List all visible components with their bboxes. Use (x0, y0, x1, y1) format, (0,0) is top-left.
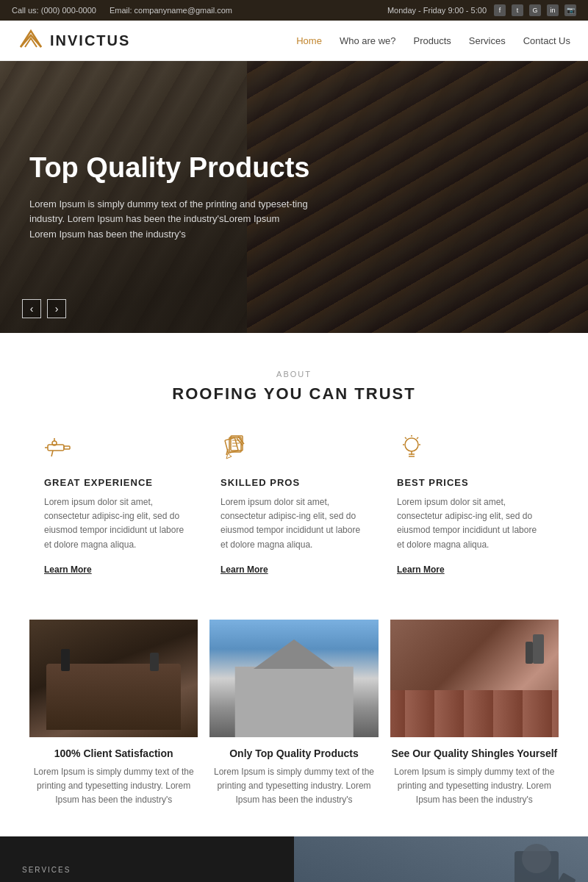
feature-skilled: SKILLED PROS Lorem ipsum dolor sit amet,… (206, 433, 382, 576)
gallery-image-house (209, 620, 378, 737)
social-links: f t G in 📷 (494, 4, 576, 16)
navbar: INVICTUS Home Who are we? Products Servi… (0, 21, 588, 61)
about-section: ABOUT ROOFING YOU CAN TRUST GREAT EXPERI… (0, 333, 588, 605)
logo-icon (18, 28, 44, 53)
topbar-left: Call us: (000) 000-0000 Email: companyna… (12, 6, 232, 15)
instagram-icon[interactable]: 📷 (564, 4, 576, 16)
about-tag: ABOUT (29, 370, 559, 379)
hero-content: Top Quality Products Lorem Ipsum is simp… (0, 122, 339, 272)
phone-label: Call us: (000) 000-0000 (12, 6, 96, 15)
about-title: ROOFING YOU CAN TRUST (29, 384, 559, 404)
logo: INVICTUS (18, 28, 130, 53)
gallery-image-brick (390, 620, 559, 737)
drill-icon (44, 433, 191, 465)
feature-prices: BEST PRICES Lorem ipsum dolor sit amet, … (382, 433, 559, 576)
feature-skilled-title: SKILLED PROS (220, 477, 368, 488)
hero-section: Top Quality Products Lorem Ipsum is simp… (0, 61, 588, 333)
nav-contact[interactable]: Contact Us (523, 35, 570, 46)
feature-prices-desc: Lorem ipsum dolor sit amet, consectetur … (397, 495, 544, 552)
prev-arrow[interactable]: ‹ (22, 299, 41, 318)
services-left: SERVICES ALL ROOFS INCLUDE Aluminum Drip… (0, 836, 294, 882)
gallery-item-shingles: See Our Quality Shingles Yourself Lorem … (390, 620, 559, 808)
linkedin-icon[interactable]: in (547, 4, 559, 16)
nav-products[interactable]: Products (414, 35, 451, 46)
svg-line-21 (417, 437, 418, 439)
gallery-title-shingles: See Our Quality Shingles Yourself (390, 747, 559, 759)
gallery-row: 100% Client Satisfaction Lorem Ipsum is … (29, 620, 559, 808)
svg-line-3 (51, 451, 53, 456)
features-row: GREAT EXPERIENCE Lorem ipsum dolor sit a… (29, 433, 559, 576)
nav-home[interactable]: Home (296, 35, 322, 46)
gallery-desc-shingles: Lorem Ipsum is simply dummy text of the … (390, 765, 559, 808)
next-arrow[interactable]: › (47, 299, 66, 318)
gallery-title-satisfaction: 100% Client Satisfaction (29, 747, 198, 759)
gallery-item-quality: Only Top Quality Products Lorem Ipsum is… (209, 620, 378, 808)
gallery-image-workers (29, 620, 198, 737)
topbar-right: Monday - Friday 9:00 - 5:00 f t G in 📷 (387, 4, 576, 16)
feature-prices-title: BEST PRICES (397, 477, 544, 488)
feature-experience-title: GREAT EXPERIENCE (44, 477, 191, 488)
hero-description: Lorem Ipsum is simply dummy text of the … (29, 197, 309, 243)
services-section: SERVICES ALL ROOFS INCLUDE Aluminum Drip… (0, 836, 588, 882)
feature-experience-desc: Lorem ipsum dolor sit amet, consectetur … (44, 495, 191, 552)
worker-image (294, 836, 588, 882)
gallery-desc-satisfaction: Lorem Ipsum is simply dummy text of the … (29, 765, 198, 808)
learn-more-experience[interactable]: Learn More (44, 564, 92, 575)
learn-more-skilled[interactable]: Learn More (220, 564, 268, 575)
email-label: Email: companyname@gmail.com (110, 6, 232, 15)
services-tag: SERVICES (22, 866, 272, 874)
gallery-title-quality: Only Top Quality Products (209, 747, 378, 759)
feature-skilled-desc: Lorem ipsum dolor sit amet, consectetur … (220, 495, 368, 552)
hero-arrows: ‹ › (22, 299, 66, 318)
learn-more-prices[interactable]: Learn More (397, 564, 445, 575)
nav-links: Home Who are we? Products Services Conta… (296, 35, 570, 46)
brand-name: INVICTUS (50, 32, 130, 49)
svg-line-23 (405, 437, 406, 439)
svg-rect-0 (48, 445, 64, 451)
services-right (294, 836, 588, 882)
svg-rect-1 (64, 446, 70, 449)
svg-marker-10 (226, 453, 232, 459)
nav-who[interactable]: Who are we? (340, 35, 396, 46)
hours-label: Monday - Friday 9:00 - 5:00 (387, 6, 487, 15)
nav-services[interactable]: Services (469, 35, 506, 46)
gallery-section: 100% Client Satisfaction Lorem Ipsum is … (0, 605, 588, 837)
svg-point-16 (405, 438, 418, 451)
pencil-icon (220, 433, 368, 465)
bulb-icon (397, 433, 544, 465)
facebook-icon[interactable]: f (494, 4, 506, 16)
google-plus-icon[interactable]: G (529, 4, 541, 16)
gallery-item-satisfaction: 100% Client Satisfaction Lorem Ipsum is … (29, 620, 198, 808)
gallery-desc-quality: Lorem Ipsum is simply dummy text of the … (209, 765, 378, 808)
topbar: Call us: (000) 000-0000 Email: companyna… (0, 0, 588, 21)
feature-experience: GREAT EXPERIENCE Lorem ipsum dolor sit a… (29, 433, 206, 576)
hero-title: Top Quality Products (29, 151, 309, 185)
twitter-icon[interactable]: t (512, 4, 523, 16)
